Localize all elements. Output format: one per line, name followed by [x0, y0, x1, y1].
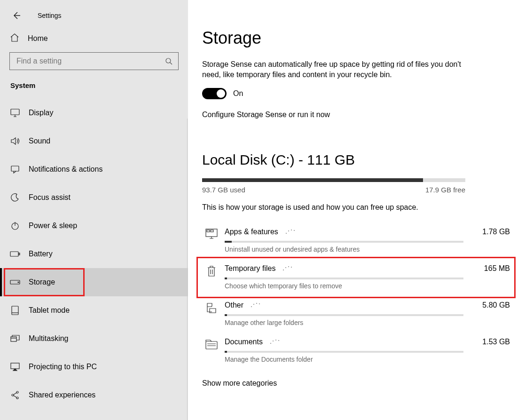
- category-documents[interactable]: Documents 1.53 GB Manage the Documents f…: [202, 333, 510, 370]
- sidebar-item-battery[interactable]: Battery: [0, 240, 188, 268]
- svg-rect-16: [211, 230, 213, 232]
- sidebar-item-display[interactable]: Display: [0, 99, 188, 127]
- category-name: Temporary files: [225, 264, 275, 273]
- sidebar-item-multitasking[interactable]: Multitasking: [0, 325, 188, 353]
- nav-label: Focus assist: [29, 193, 71, 202]
- search-box[interactable]: [9, 52, 179, 70]
- display-icon: [10, 109, 20, 117]
- svg-rect-17: [206, 341, 217, 349]
- category-name: Apps & features: [225, 228, 278, 236]
- sidebar-item-storage[interactable]: Storage: [0, 268, 188, 296]
- svg-rect-1: [11, 109, 19, 115]
- sidebar-item-tablet-mode[interactable]: Tablet mode: [0, 296, 188, 325]
- battery-icon: [10, 251, 20, 257]
- storage-sense-description: Storage Sense can automatically free up …: [202, 59, 465, 80]
- sidebar-header: Settings: [0, 3, 188, 27]
- sidebar-item-notifications[interactable]: Notifications & actions: [0, 155, 188, 183]
- category-bar: [225, 351, 463, 353]
- back-button[interactable]: [9, 8, 24, 23]
- category-subtext: Uninstall unused or undesired apps & fea…: [225, 246, 510, 253]
- nav-list: Display Sound Notifications & actions Fo…: [0, 99, 188, 409]
- free-label: 17.9 GB free: [425, 186, 465, 194]
- category-bar: [225, 241, 463, 243]
- sidebar-item-home[interactable]: Home: [0, 27, 188, 49]
- folder-icon: [202, 301, 221, 313]
- search-icon: [165, 57, 172, 65]
- disk-usage-fill: [202, 178, 423, 182]
- nav-label: Multitasking: [29, 334, 68, 343]
- sidebar-item-shared-experiences[interactable]: Shared experiences: [0, 381, 188, 409]
- arrow-left-icon: [12, 11, 21, 20]
- home-label: Home: [28, 34, 48, 43]
- category-bar: [225, 277, 463, 279]
- sidebar: Settings Home System Display Sound Notif…: [0, 0, 188, 420]
- loading-spinner-icon: [250, 302, 261, 308]
- sidebar-scrollbar-track[interactable]: [187, 119, 188, 420]
- show-more-categories-link[interactable]: Show more categories: [202, 379, 510, 388]
- loading-spinner-icon: [282, 266, 293, 271]
- nav-label: Projecting to this PC: [29, 363, 97, 371]
- projecting-icon: [10, 363, 20, 371]
- trash-icon: [202, 264, 221, 277]
- svg-rect-5: [19, 253, 20, 255]
- svg-point-13: [16, 397, 18, 399]
- used-label: 93.7 GB used: [202, 186, 245, 194]
- category-temporary-files[interactable]: Temporary files 165 MB Choose which temp…: [202, 260, 510, 296]
- svg-point-11: [12, 394, 14, 396]
- notifications-icon: [10, 165, 20, 174]
- disk-heading: Local Disk (C:) - 111 GB: [202, 152, 510, 168]
- svg-point-0: [166, 58, 171, 63]
- section-label-system: System: [0, 77, 188, 94]
- configure-storage-sense-link[interactable]: Configure Storage Sense or run it now: [202, 111, 510, 119]
- nav-label: Sound: [29, 137, 50, 145]
- power-icon: [10, 221, 20, 230]
- page-title: Storage: [202, 28, 510, 48]
- moon-icon: [10, 193, 20, 202]
- category-name: Other: [225, 301, 243, 309]
- category-other[interactable]: Other 5.80 GB Manage other large folders: [202, 296, 510, 333]
- storage-icon: [10, 280, 20, 285]
- storage-sense-toggle[interactable]: [202, 88, 227, 99]
- category-subtext: Manage other large folders: [225, 319, 510, 326]
- svg-rect-9: [11, 337, 16, 341]
- nav-label: Battery: [29, 250, 53, 258]
- category-apps-features[interactable]: Apps & features 1.78 GB Uninstall unused…: [202, 223, 510, 260]
- nav-label: Tablet mode: [29, 306, 70, 315]
- svg-point-12: [16, 391, 18, 393]
- sound-icon: [10, 137, 20, 145]
- share-icon: [10, 390, 20, 400]
- storage-usage-description: This is how your storage is used and how…: [202, 203, 510, 212]
- sidebar-item-projecting[interactable]: Projecting to this PC: [0, 353, 188, 381]
- disk-usage-bar: [202, 178, 465, 182]
- disk-usage-labels: 93.7 GB used 17.9 GB free: [202, 186, 465, 194]
- sidebar-item-focus-assist[interactable]: Focus assist: [0, 183, 188, 212]
- toggle-state-label: On: [233, 89, 243, 98]
- category-size: 1.53 GB: [482, 338, 510, 346]
- svg-rect-4: [10, 252, 18, 256]
- category-size: 165 MB: [484, 264, 510, 273]
- svg-rect-8: [12, 306, 18, 315]
- search-wrapper: [9, 52, 179, 70]
- storage-sense-toggle-row: On: [202, 88, 510, 99]
- category-size: 1.78 GB: [482, 228, 510, 236]
- category-list: Apps & features 1.78 GB Uninstall unused…: [202, 223, 510, 370]
- svg-rect-10: [11, 363, 19, 369]
- category-subtext: Choose which temporary files to remove: [225, 282, 510, 290]
- nav-label: Power & sleep: [29, 222, 77, 230]
- apps-icon: [202, 228, 221, 239]
- nav-label: Display: [29, 109, 53, 117]
- search-input[interactable]: [16, 56, 161, 66]
- category-bar: [225, 314, 463, 316]
- documents-icon: [202, 338, 221, 350]
- main-content: Storage Storage Sense can automatically …: [188, 0, 525, 420]
- nav-label: Notifications & actions: [29, 165, 102, 174]
- nav-label: Storage: [29, 278, 55, 286]
- sidebar-item-sound[interactable]: Sound: [0, 127, 188, 155]
- multitasking-icon: [10, 335, 20, 342]
- category-subtext: Manage the Documents folder: [225, 356, 510, 363]
- home-icon: [10, 33, 19, 44]
- category-name: Documents: [225, 338, 263, 346]
- toggle-knob: [217, 89, 225, 98]
- sidebar-item-power-sleep[interactable]: Power & sleep: [0, 212, 188, 240]
- svg-rect-2: [11, 166, 19, 171]
